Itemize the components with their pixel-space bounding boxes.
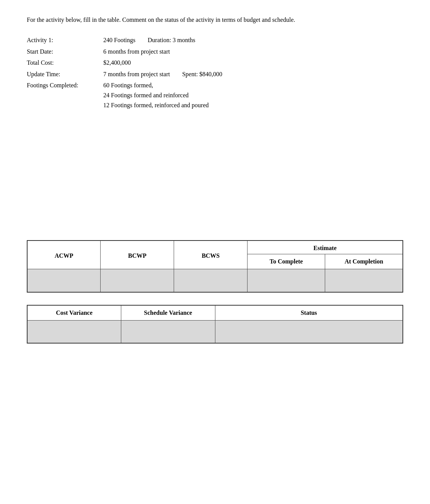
cell-status-value <box>215 320 403 343</box>
label-start-date: Start Date: <box>27 47 103 57</box>
label-total-cost: Total Cost: <box>27 58 103 68</box>
value-footings-completed: 60 Footings formed, 24 Footings formed a… <box>103 80 403 110</box>
cell-cost-variance-value <box>27 320 121 343</box>
cell-at-completion-value <box>325 269 403 292</box>
activity-row-5: Footings Completed: 60 Footings formed, … <box>27 80 403 110</box>
activity-row-4: Update Time: 7 months from project start… <box>27 69 403 79</box>
footings-line-3: 12 Footings formed, reinforced and poure… <box>103 100 403 110</box>
intro-paragraph: For the activity below, fill in the tabl… <box>27 15 403 25</box>
col-header-bcwp: BCWP <box>101 241 174 269</box>
variance-header-row: Cost Variance Schedule Variance Status <box>27 305 403 321</box>
label-activity: Activity 1: <box>27 35 103 45</box>
estimate-table: ACWP BCWP BCWS Estimate To Complete At C… <box>27 240 403 293</box>
value-update-months: 7 months from project start <box>103 71 170 77</box>
col-header-estimate: Estimate <box>248 241 403 254</box>
cell-bcwp-value <box>101 269 174 292</box>
col-header-status: Status <box>215 305 403 321</box>
value-total-cost: $2,400,000 <box>103 58 403 68</box>
cell-bcws-value <box>174 269 248 292</box>
value-spent: Spent: $840,000 <box>182 71 222 77</box>
value-update-time: 7 months from project start Spent: $840,… <box>103 69 403 79</box>
footings-line-2: 24 Footings formed and reinforced <box>103 90 403 100</box>
col-header-schedule-variance: Schedule Variance <box>121 305 215 321</box>
label-update-time: Update Time: <box>27 69 103 79</box>
value-footings: 240 Footings <box>103 37 135 43</box>
variance-table: Cost Variance Schedule Variance Status <box>27 305 403 344</box>
value-start-date: 6 months from project start <box>103 47 403 57</box>
col-header-at-completion: At Completion <box>325 254 403 269</box>
activity-row-1: Activity 1: 240 Footings Duration: 3 mon… <box>27 35 403 45</box>
col-header-to-complete: To Complete <box>248 254 325 269</box>
col-header-cost-variance: Cost Variance <box>27 305 121 321</box>
estimate-data-row <box>27 269 403 292</box>
estimate-header-top-row: ACWP BCWP BCWS Estimate <box>27 241 403 254</box>
value-duration: Duration: 3 months <box>148 37 195 43</box>
cell-to-complete-value <box>248 269 325 292</box>
cell-acwp-value <box>27 269 101 292</box>
activity-row-3: Total Cost: $2,400,000 <box>27 58 403 68</box>
col-header-bcws: BCWS <box>174 241 248 269</box>
activity-row-2: Start Date: 6 months from project start <box>27 47 403 57</box>
variance-data-row <box>27 320 403 343</box>
activity-info: Activity 1: 240 Footings Duration: 3 mon… <box>27 35 403 110</box>
tables-section: ACWP BCWP BCWS Estimate To Complete At C… <box>27 240 403 344</box>
value-activity: 240 Footings Duration: 3 months <box>103 35 403 45</box>
cell-schedule-variance-value <box>121 320 215 343</box>
footings-line-1: 60 Footings formed, <box>103 80 403 90</box>
label-footings-completed: Footings Completed: <box>27 80 103 110</box>
col-header-acwp: ACWP <box>27 241 101 269</box>
